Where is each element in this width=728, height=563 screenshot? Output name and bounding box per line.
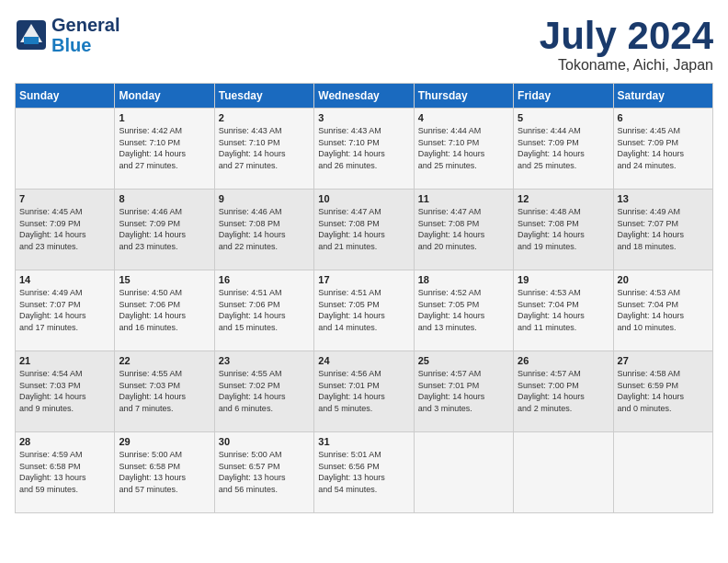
calendar-cell: 14Sunrise: 4:49 AM Sunset: 7:07 PM Dayli… [16,270,115,351]
day-number: 23 [219,355,310,366]
day-number: 14 [19,274,110,285]
calendar-cell: 18Sunrise: 4:52 AM Sunset: 7:05 PM Dayli… [414,270,513,351]
calendar-cell: 27Sunrise: 4:58 AM Sunset: 6:59 PM Dayli… [613,351,712,432]
calendar-cell [16,109,115,190]
calendar-week-row: 28Sunrise: 4:59 AM Sunset: 6:58 PM Dayli… [16,432,713,513]
calendar-cell: 10Sunrise: 4:47 AM Sunset: 7:08 PM Dayli… [314,190,414,270]
day-info: Sunrise: 4:55 AM Sunset: 7:03 PM Dayligh… [119,368,210,414]
day-info: Sunrise: 4:50 AM Sunset: 7:06 PM Dayligh… [119,287,210,333]
day-number: 25 [418,355,509,366]
day-info: Sunrise: 4:43 AM Sunset: 7:10 PM Dayligh… [318,125,409,171]
day-number: 7 [19,193,110,204]
day-number: 28 [19,436,110,447]
calendar-cell: 23Sunrise: 4:55 AM Sunset: 7:02 PM Dayli… [214,351,313,432]
calendar-cell: 29Sunrise: 5:00 AM Sunset: 6:58 PM Dayli… [115,432,214,513]
calendar-body: 1Sunrise: 4:42 AM Sunset: 7:10 PM Daylig… [16,109,713,513]
day-info: Sunrise: 4:47 AM Sunset: 7:08 PM Dayligh… [318,206,409,252]
calendar-cell: 9Sunrise: 4:46 AM Sunset: 7:08 PM Daylig… [214,190,313,270]
calendar-cell: 17Sunrise: 4:51 AM Sunset: 7:05 PM Dayli… [314,270,414,351]
calendar-cell: 11Sunrise: 4:47 AM Sunset: 7:08 PM Dayli… [414,190,513,270]
day-info: Sunrise: 4:59 AM Sunset: 6:58 PM Dayligh… [19,449,110,495]
day-number: 5 [518,112,609,123]
calendar-cell: 30Sunrise: 5:00 AM Sunset: 6:57 PM Dayli… [214,432,313,513]
day-number: 15 [119,274,210,285]
weekday-header-wednesday: Wednesday [314,84,414,109]
day-info: Sunrise: 4:51 AM Sunset: 7:06 PM Dayligh… [219,287,310,333]
day-number: 26 [518,355,609,366]
day-info: Sunrise: 4:44 AM Sunset: 7:09 PM Dayligh… [518,125,609,171]
calendar-cell: 5Sunrise: 4:44 AM Sunset: 7:09 PM Daylig… [514,109,613,190]
calendar-week-row: 21Sunrise: 4:54 AM Sunset: 7:03 PM Dayli… [16,351,713,432]
day-number: 1 [119,112,210,123]
day-number: 8 [119,193,210,204]
day-number: 19 [518,274,609,285]
calendar-cell: 15Sunrise: 4:50 AM Sunset: 7:06 PM Dayli… [115,270,214,351]
day-info: Sunrise: 4:53 AM Sunset: 7:04 PM Dayligh… [618,287,709,333]
day-info: Sunrise: 4:51 AM Sunset: 7:05 PM Dayligh… [318,287,409,333]
day-info: Sunrise: 4:58 AM Sunset: 6:59 PM Dayligh… [618,368,709,414]
day-number: 13 [618,193,709,204]
day-number: 16 [219,274,310,285]
location: Tokoname, Aichi, Japan [540,57,713,74]
calendar-table: SundayMondayTuesdayWednesdayThursdayFrid… [15,83,713,513]
calendar-cell: 2Sunrise: 4:43 AM Sunset: 7:10 PM Daylig… [214,109,313,190]
day-info: Sunrise: 4:44 AM Sunset: 7:10 PM Dayligh… [418,125,509,171]
calendar-week-row: 7Sunrise: 4:45 AM Sunset: 7:09 PM Daylig… [16,190,713,270]
day-info: Sunrise: 4:48 AM Sunset: 7:08 PM Dayligh… [518,206,609,252]
day-info: Sunrise: 5:01 AM Sunset: 6:56 PM Dayligh… [318,449,409,495]
calendar-cell: 8Sunrise: 4:46 AM Sunset: 7:09 PM Daylig… [115,190,214,270]
day-number: 31 [318,436,409,447]
calendar-cell: 3Sunrise: 4:43 AM Sunset: 7:10 PM Daylig… [314,109,414,190]
calendar-cell: 12Sunrise: 4:48 AM Sunset: 7:08 PM Dayli… [514,190,613,270]
calendar-week-row: 14Sunrise: 4:49 AM Sunset: 7:07 PM Dayli… [16,270,713,351]
weekday-header-sunday: Sunday [16,84,115,109]
day-number: 27 [618,355,709,366]
day-info: Sunrise: 5:00 AM Sunset: 6:57 PM Dayligh… [219,449,310,495]
page-header: General Blue July 2024 Tokoname, Aichi, … [15,15,713,74]
day-number: 10 [318,193,409,204]
weekday-header-friday: Friday [514,84,613,109]
day-number: 4 [418,112,509,123]
day-number: 29 [119,436,210,447]
day-number: 30 [219,436,310,447]
day-info: Sunrise: 4:45 AM Sunset: 7:09 PM Dayligh… [618,125,709,171]
day-info: Sunrise: 4:46 AM Sunset: 7:09 PM Dayligh… [119,206,210,252]
calendar-cell: 1Sunrise: 4:42 AM Sunset: 7:10 PM Daylig… [115,109,214,190]
day-info: Sunrise: 4:49 AM Sunset: 7:07 PM Dayligh… [618,206,709,252]
day-info: Sunrise: 4:42 AM Sunset: 7:10 PM Dayligh… [119,125,210,171]
day-number: 3 [318,112,409,123]
day-number: 17 [318,274,409,285]
calendar-cell: 6Sunrise: 4:45 AM Sunset: 7:09 PM Daylig… [613,109,712,190]
day-number: 12 [518,193,609,204]
calendar-cell [613,432,712,513]
day-info: Sunrise: 4:55 AM Sunset: 7:02 PM Dayligh… [219,368,310,414]
day-number: 21 [19,355,110,366]
day-info: Sunrise: 4:47 AM Sunset: 7:08 PM Dayligh… [418,206,509,252]
day-number: 18 [418,274,509,285]
calendar-cell: 21Sunrise: 4:54 AM Sunset: 7:03 PM Dayli… [16,351,115,432]
day-number: 6 [618,112,709,123]
day-number: 20 [618,274,709,285]
svg-rect-2 [24,37,39,44]
day-info: Sunrise: 4:53 AM Sunset: 7:04 PM Dayligh… [518,287,609,333]
day-info: Sunrise: 4:56 AM Sunset: 7:01 PM Dayligh… [318,368,409,414]
day-info: Sunrise: 4:57 AM Sunset: 7:01 PM Dayligh… [418,368,509,414]
calendar-cell [514,432,613,513]
logo-icon [15,18,48,52]
calendar-cell: 4Sunrise: 4:44 AM Sunset: 7:10 PM Daylig… [414,109,513,190]
title-block: July 2024 Tokoname, Aichi, Japan [540,15,713,74]
day-number: 22 [119,355,210,366]
calendar-cell: 20Sunrise: 4:53 AM Sunset: 7:04 PM Dayli… [613,270,712,351]
logo: General Blue [15,15,119,55]
calendar-cell: 7Sunrise: 4:45 AM Sunset: 7:09 PM Daylig… [16,190,115,270]
calendar-cell: 25Sunrise: 4:57 AM Sunset: 7:01 PM Dayli… [414,351,513,432]
calendar-cell: 24Sunrise: 4:56 AM Sunset: 7:01 PM Dayli… [314,351,414,432]
day-number: 9 [219,193,310,204]
calendar-cell: 31Sunrise: 5:01 AM Sunset: 6:56 PM Dayli… [314,432,414,513]
weekday-header-tuesday: Tuesday [214,84,313,109]
calendar-cell: 13Sunrise: 4:49 AM Sunset: 7:07 PM Dayli… [613,190,712,270]
weekday-header-monday: Monday [115,84,214,109]
logo-name-line2: Blue [51,35,119,55]
calendar-header-row: SundayMondayTuesdayWednesdayThursdayFrid… [16,84,713,109]
calendar-week-row: 1Sunrise: 4:42 AM Sunset: 7:10 PM Daylig… [16,109,713,190]
